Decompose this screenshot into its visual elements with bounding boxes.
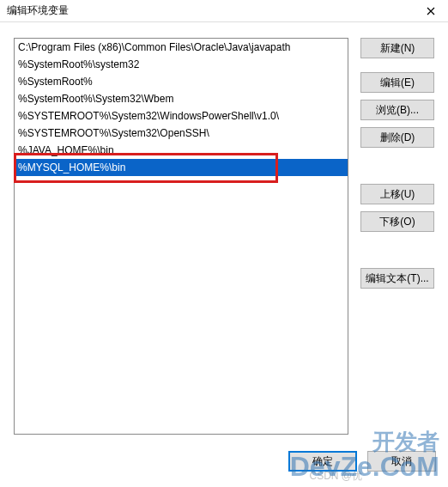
list-item[interactable]: %SYSTEMROOT%\System32\WindowsPowerShell\… (15, 107, 348, 125)
list-item[interactable]: %MYSQL_HOME%\bin (15, 159, 348, 176)
button-column: 新建(N) 编辑(E) 浏览(B)... 删除(D) 上移(U) 下移(O) 编… (360, 38, 434, 295)
list-item[interactable]: %JAVA_HOME%\bin (15, 142, 348, 159)
list-item[interactable]: C:\Program Files (x86)\Common Files\Orac… (15, 39, 348, 56)
close-button[interactable] (414, 0, 448, 22)
ok-button[interactable]: 确定 (288, 451, 357, 472)
move-up-button[interactable]: 上移(U) (360, 184, 434, 204)
dialog-content: C:\Program Files (x86)\Common Files\Orac… (0, 22, 448, 441)
close-icon (427, 7, 435, 15)
list-item[interactable]: %SYSTEMROOT%\System32\OpenSSH\ (15, 125, 348, 142)
browse-button[interactable]: 浏览(B)... (360, 100, 434, 120)
cancel-button[interactable]: 取消 (367, 451, 436, 472)
edit-text-button[interactable]: 编辑文本(T)... (360, 268, 434, 289)
edit-button[interactable]: 编辑(E) (360, 72, 434, 93)
path-listbox[interactable]: C:\Program Files (x86)\Common Files\Orac… (14, 38, 348, 435)
window-title: 编辑环境变量 (7, 3, 69, 18)
list-item[interactable]: %SystemRoot%\system32 (15, 56, 348, 73)
new-button[interactable]: 新建(N) (360, 38, 434, 58)
dialog-footer: 确定 取消 (288, 451, 436, 472)
list-item[interactable]: %SystemRoot% (15, 73, 348, 90)
move-down-button[interactable]: 下移(O) (360, 211, 434, 232)
list-item[interactable]: %SystemRoot%\System32\Wbem (15, 90, 348, 107)
delete-button[interactable]: 删除(D) (360, 127, 434, 148)
titlebar: 编辑环境变量 (0, 0, 448, 22)
